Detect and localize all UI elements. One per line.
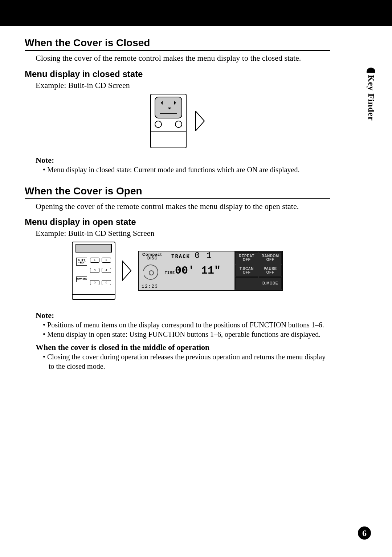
note-label-open: Note: bbox=[36, 311, 330, 320]
note-open-1: Positions of menu items on the display c… bbox=[43, 320, 330, 330]
remote-shift-label: SHIFT ↔EDIT bbox=[76, 258, 87, 266]
lcd-cell-dmode: D.MODE bbox=[259, 277, 282, 289]
page-number: 6 bbox=[358, 526, 371, 540]
lcd-screen-diagram: Compact DISC TRACK 0 1 TIME 00' 11" 12:2… bbox=[138, 251, 283, 291]
remote-open-diagram: SHIFT ↔EDIT RETURN 1 2 3 4 5 6 bbox=[72, 242, 115, 300]
subhead-open: Menu display in open state bbox=[25, 217, 330, 227]
note-mid-1: Closing the cover during operation relea… bbox=[43, 352, 330, 371]
svg-marker-1 bbox=[122, 261, 131, 280]
heading-cover-closed: When the Cover is Closed bbox=[25, 37, 330, 51]
lcd-compact-2: DISC bbox=[147, 257, 162, 260]
lcd-cell-tscan: T.SCAN OFF bbox=[235, 265, 258, 277]
top-black-bar bbox=[0, 0, 392, 26]
note-label-closed: Note: bbox=[36, 156, 330, 165]
example-open: Example: Built-in CD Setting Screen bbox=[36, 229, 330, 238]
lcd-cell-pause: PAUSE OFF bbox=[259, 265, 282, 277]
remote-btn-3: 3 bbox=[90, 268, 99, 273]
triangle-right-icon bbox=[195, 111, 205, 131]
page-content: When the Cover is Closed Closing the cov… bbox=[0, 26, 352, 371]
note-closed-1: Menu display in closed state: Current mo… bbox=[43, 165, 330, 174]
lcd-time-value: 00' 11" bbox=[175, 265, 221, 277]
note-list-mid: Closing the cover during operation relea… bbox=[43, 352, 330, 371]
triangle-right-icon bbox=[122, 261, 131, 281]
lcd-cell-repeat: REPEAT OFF bbox=[235, 252, 258, 264]
disc-icon bbox=[143, 265, 158, 280]
lcd-track-number: 0 1 bbox=[195, 251, 212, 261]
note-open-2: Menu display in open state: Using FUNCTI… bbox=[43, 330, 330, 339]
remote-closed-diagram bbox=[150, 94, 187, 148]
note-list-closed: Menu display in closed state: Current mo… bbox=[43, 165, 330, 174]
illustration-closed bbox=[25, 94, 330, 148]
para-closed: Closing the cover of the remote control … bbox=[36, 53, 330, 63]
subhead-mid-operation: When the cover is closed in the middle o… bbox=[36, 343, 330, 352]
lcd-track-label: TRACK bbox=[171, 254, 190, 259]
heading-cover-open: When the Cover is Open bbox=[25, 185, 330, 199]
note-list-open: Positions of menu items on the display c… bbox=[43, 320, 330, 339]
illustration-open: SHIFT ↔EDIT RETURN 1 2 3 4 5 6 Compact D… bbox=[25, 242, 330, 300]
para-open: Opening the cover of the remote control … bbox=[36, 201, 330, 211]
remote-btn-4: 4 bbox=[102, 268, 111, 273]
subhead-closed: Menu display in closed state bbox=[25, 69, 330, 79]
svg-marker-0 bbox=[196, 111, 204, 131]
lcd-time-label: TIME bbox=[165, 271, 175, 275]
remote-btn-5: 5 bbox=[90, 280, 99, 285]
example-closed: Example: Built-in CD Screen bbox=[36, 81, 330, 90]
lcd-side-panel: REPEAT OFF RANDOM OFF T.SCAN OFF PAUSE O… bbox=[234, 251, 282, 290]
lcd-cell-empty bbox=[235, 277, 258, 289]
side-tab-label: Key Finder bbox=[366, 75, 376, 121]
side-tab: Key Finder bbox=[364, 68, 378, 121]
remote-btn-1: 1 bbox=[90, 258, 99, 263]
lcd-cell-random: RANDOM OFF bbox=[259, 252, 282, 264]
remote-return-label: RETURN bbox=[76, 277, 87, 282]
remote-btn-2: 2 bbox=[102, 258, 111, 263]
lcd-clock: 12:23 bbox=[142, 284, 158, 289]
remote-btn-6: 6 bbox=[102, 280, 111, 285]
